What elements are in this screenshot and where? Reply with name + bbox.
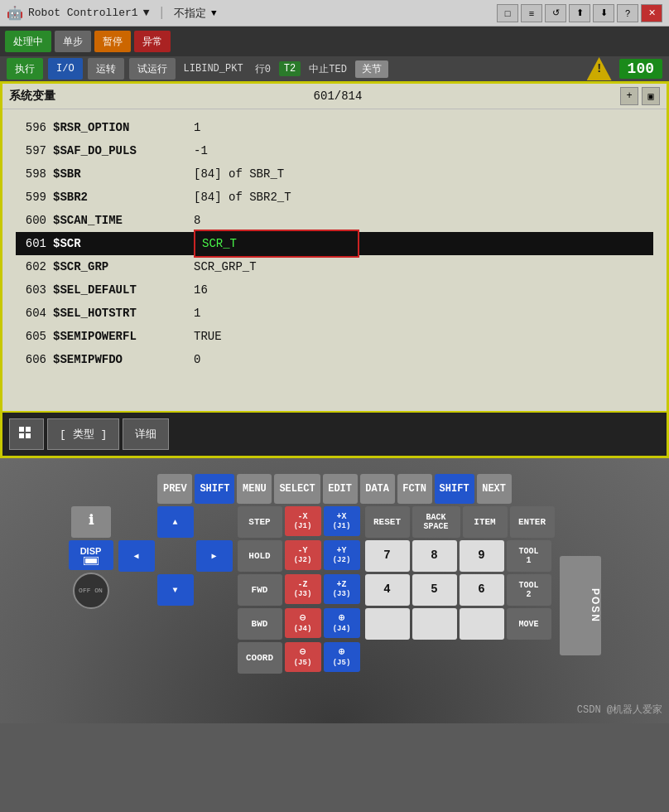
btn-hold[interactable]: HOLD bbox=[238, 540, 282, 572]
btn-off-on[interactable]: OFF ON bbox=[73, 573, 109, 609]
table-row[interactable]: 605$SEMIPOWERFLTRUE bbox=[16, 325, 653, 348]
btn-processing[interactable]: 处理中 bbox=[5, 31, 51, 52]
btn-tool2[interactable]: TOOL2 bbox=[507, 574, 551, 606]
layout-icon[interactable]: ▣ bbox=[642, 87, 660, 105]
keypad: PREV SHIFT MENU SELECT EDIT DATA FCTN SH… bbox=[132, 474, 537, 674]
btn-placeholder1[interactable] bbox=[365, 608, 410, 640]
btn-j5-pos[interactable]: ⊕(J5) bbox=[324, 642, 360, 672]
var-num: 603 bbox=[16, 278, 53, 302]
btn-arrow-up[interactable]: ▲ bbox=[157, 506, 194, 538]
btn-6[interactable]: 6 bbox=[460, 574, 504, 606]
btn-fctn[interactable]: FCTN bbox=[397, 474, 432, 504]
btn-icon1[interactable]: □ bbox=[497, 4, 518, 22]
btn-z-pos[interactable]: +Z(J3) bbox=[324, 574, 360, 604]
var-value: 0 bbox=[194, 348, 200, 371]
var-name: $RSR_OPTION bbox=[53, 116, 194, 139]
btn-y-neg[interactable]: -Y(J2) bbox=[285, 540, 321, 570]
btn-z-neg[interactable]: -Z(J3) bbox=[285, 574, 321, 604]
btn-placeholder3[interactable] bbox=[460, 608, 504, 640]
grid-btn[interactable] bbox=[9, 418, 44, 450]
btn-pause[interactable]: 暂停 bbox=[94, 31, 131, 52]
btn-arrow-right[interactable]: ▶ bbox=[196, 540, 233, 572]
btn-arrow-left[interactable]: ◀ bbox=[118, 540, 155, 572]
btn-j4-pos[interactable]: ⊕(J4) bbox=[324, 608, 360, 638]
table-row[interactable]: 602$SCR_GRPSCR_GRP_T bbox=[16, 255, 653, 278]
table-row[interactable]: 601$SCRSCR_T bbox=[16, 232, 653, 255]
table-row[interactable]: 606$SEMIPWFDO0 bbox=[16, 348, 653, 371]
btn-joint[interactable]: 关节 bbox=[355, 60, 388, 78]
btn-close[interactable]: ✕ bbox=[641, 4, 662, 22]
btn-icon4[interactable]: ⬆ bbox=[569, 4, 590, 22]
btn-icon2[interactable]: ≡ bbox=[521, 4, 542, 22]
var-value: 1 bbox=[194, 302, 200, 325]
btn-backspace[interactable]: BACKSPACE bbox=[412, 506, 460, 538]
btn-test[interactable]: 试运行 bbox=[129, 58, 176, 80]
btn-next[interactable]: NEXT bbox=[477, 474, 512, 504]
btn-tool1[interactable]: TOOL1 bbox=[507, 540, 551, 572]
btn-run[interactable]: 运转 bbox=[88, 58, 124, 80]
btn-4[interactable]: 4 bbox=[365, 574, 410, 606]
table-row[interactable]: 596$RSR_OPTION1 bbox=[16, 116, 653, 139]
btn-posn[interactable]: POSN bbox=[560, 556, 601, 655]
btn-info[interactable]: ℹ bbox=[71, 506, 111, 538]
btn-icon3[interactable]: ↺ bbox=[545, 4, 566, 22]
var-value: [84] of SBR2_T bbox=[194, 186, 291, 209]
btn-fwd[interactable]: FWD bbox=[238, 574, 282, 606]
var-name: $SEL_DEFAULT bbox=[53, 278, 194, 302]
btn-execute[interactable]: 执行 bbox=[7, 58, 43, 80]
btn-coord[interactable]: COORD bbox=[238, 642, 282, 674]
btn-bwd[interactable]: BWD bbox=[238, 608, 282, 640]
btn-reset[interactable]: RESET bbox=[365, 506, 410, 538]
table-row[interactable]: 603$SEL_DEFAULT16 bbox=[16, 278, 653, 302]
btn-menu[interactable]: MENU bbox=[237, 474, 272, 504]
btn-step[interactable]: STEP bbox=[238, 506, 282, 538]
btn-edit[interactable]: EDIT bbox=[323, 474, 358, 504]
btn-x-neg[interactable]: -X(J1) bbox=[285, 506, 321, 536]
var-value: 8 bbox=[194, 209, 200, 232]
variable-table: 596$RSR_OPTION1597$SAF_DO_PULS-1598$SBR[… bbox=[2, 109, 667, 378]
btn-error[interactable]: 异常 bbox=[134, 31, 171, 52]
btn-select[interactable]: SELECT bbox=[274, 474, 320, 504]
btn-icon6[interactable]: ? bbox=[617, 4, 638, 22]
title-dropdown1[interactable]: ▼ bbox=[143, 7, 150, 19]
table-row[interactable]: 604$SEL_HOTSTRT1 bbox=[16, 302, 653, 325]
btn-y-pos[interactable]: +Y(J2) bbox=[324, 540, 360, 570]
btn-8[interactable]: 8 bbox=[412, 540, 457, 572]
btn-j5-neg[interactable]: ⊖(J5) bbox=[285, 642, 321, 672]
btn-placeholder2[interactable] bbox=[412, 608, 457, 640]
btn-x-pos[interactable]: +X(J1) bbox=[324, 506, 360, 536]
title-sep: | bbox=[157, 6, 166, 21]
panel-icon-group: + ▣ bbox=[620, 87, 660, 105]
zoom-icon[interactable]: + bbox=[620, 87, 638, 105]
btn-disp[interactable]: DISP bbox=[69, 540, 113, 570]
btn-prev[interactable]: PREV bbox=[157, 474, 192, 504]
btn-io[interactable]: I/O bbox=[48, 58, 83, 80]
btn-data[interactable]: DATA bbox=[360, 474, 395, 504]
var-name: $SCR_GRP bbox=[53, 255, 194, 278]
table-row[interactable]: 598$SBR[84] of SBR_T bbox=[16, 162, 653, 186]
title-dropdown2[interactable]: 不指定 bbox=[174, 6, 206, 21]
table-row[interactable]: 600$SCAN_TIME8 bbox=[16, 209, 653, 232]
btn-icon5[interactable]: ⬇ bbox=[593, 4, 614, 22]
btn-9[interactable]: 9 bbox=[460, 540, 504, 572]
title-dropdown2-arrow[interactable]: ▼ bbox=[211, 8, 217, 18]
btn-j4-neg[interactable]: ⊖(J4) bbox=[285, 608, 321, 638]
btn-shift-1[interactable]: SHIFT bbox=[195, 474, 234, 504]
var-num: 602 bbox=[16, 255, 53, 278]
table-row[interactable]: 597$SAF_DO_PULS-1 bbox=[16, 139, 653, 162]
btn-7[interactable]: 7 bbox=[365, 540, 410, 572]
btn-arrow-down[interactable]: ▼ bbox=[157, 574, 194, 606]
btn-detail[interactable]: 详细 bbox=[123, 418, 169, 450]
btn-5[interactable]: 5 bbox=[412, 574, 457, 606]
var-name: $SBR2 bbox=[53, 186, 194, 209]
btn-item[interactable]: ITEM bbox=[463, 506, 508, 538]
btn-step[interactable]: 单步 bbox=[55, 31, 91, 52]
var-name: $SBR bbox=[53, 162, 194, 186]
btn-move[interactable]: MOVE bbox=[507, 608, 551, 640]
btn-enter[interactable]: ENTER bbox=[510, 506, 555, 538]
panel-header: 系统变量 601/814 + ▣ bbox=[2, 84, 667, 109]
title-bar: 🤖 Robot Controller1 ▼ | 不指定 ▼ □ ≡ ↺ ⬆ ⬇ … bbox=[0, 0, 669, 27]
btn-shift-2[interactable]: SHIFT bbox=[435, 474, 474, 504]
btn-type[interactable]: [ 类型 ] bbox=[47, 418, 119, 450]
table-row[interactable]: 599$SBR2[84] of SBR2_T bbox=[16, 186, 653, 209]
